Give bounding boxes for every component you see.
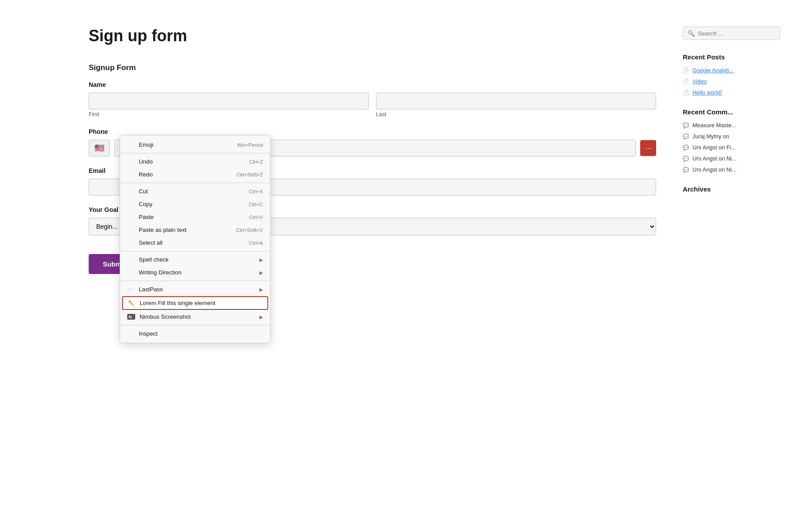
ctx-sep-1: [120, 153, 270, 153]
ctx-cut-label: Cut: [139, 188, 148, 195]
sidebar: 🔍 Recent Posts 📄 Google Analyti... 📄 Vid…: [683, 27, 780, 274]
comment-item-2: 💬 Juraj Mytny on: [683, 133, 780, 140]
post-icon-2: 📄: [683, 78, 689, 85]
ctx-emoji-label: Emoji: [139, 141, 153, 148]
ctx-cut[interactable]: Cut Ctrl+X: [120, 185, 270, 198]
form-section-title: Signup Form: [89, 63, 656, 72]
ctx-paste-label: Paste: [139, 214, 154, 220]
search-icon: 🔍: [688, 30, 695, 37]
ctx-select-all-shortcut: Ctrl+A: [249, 240, 263, 246]
ctx-writing-direction[interactable]: Writing Direction ▶: [120, 266, 270, 279]
ctx-select-all-label: Select all: [139, 239, 163, 246]
recent-posts-section: Recent Posts 📄 Google Analyti... 📄 Video…: [683, 53, 780, 96]
comment-text-5: Urs Angst on Ni...: [692, 166, 736, 173]
post-link-2[interactable]: Video: [692, 78, 707, 85]
ctx-copy-label: Copy: [139, 201, 153, 207]
ctx-cut-shortcut: Ctrl+X: [249, 189, 263, 194]
comment-text-3: Urs Angst on Fi...: [692, 144, 736, 151]
ctx-redo-shortcut: Ctrl+Shift+Z: [236, 172, 263, 177]
name-section: Name First Last: [89, 81, 656, 117]
last-name-input[interactable]: [376, 93, 656, 110]
phone-label: Phone: [89, 128, 656, 135]
ctx-undo-label: Undo: [139, 158, 153, 165]
post-link-1[interactable]: Google Analyti...: [692, 67, 734, 74]
ctx-copy[interactable]: Copy Ctrl+C: [120, 198, 270, 211]
lastpass-arrow: ▶: [259, 287, 263, 292]
ctx-emoji-shortcut: Win+Period: [237, 142, 263, 148]
ctx-sep-2: [120, 183, 270, 183]
ctx-redo[interactable]: Redo Ctrl+Shift+Z: [120, 168, 270, 181]
comment-icon-1: 💬: [683, 122, 689, 129]
ctx-paste-plain-label: Paste as plain text: [139, 227, 187, 233]
archives-section: Archives: [683, 185, 780, 193]
ctx-sep-4: [120, 281, 270, 281]
ctx-paste-plain-shortcut: Ctrl+Shift+V: [236, 227, 263, 233]
ctx-paste[interactable]: Paste Ctrl+V: [120, 211, 270, 223]
search-box: 🔍: [683, 27, 780, 40]
ctx-writing-direction-label: Writing Direction: [139, 269, 182, 276]
ctx-select-all[interactable]: Select all Ctrl+A: [120, 236, 270, 249]
context-menu: Emoji Win+Period Undo Ctrl+Z Redo Ctrl+S…: [120, 135, 270, 292]
writing-direction-arrow: ▶: [259, 270, 263, 275]
comment-item-5: 💬 Urs Angst on Ni...: [683, 166, 780, 173]
archives-title: Archives: [683, 185, 780, 193]
post-item-1: 📄 Google Analyti...: [683, 67, 780, 74]
post-item-3: 📄 Hello world!: [683, 89, 780, 96]
post-icon-3: 📄: [683, 90, 689, 96]
phone-flag-button[interactable]: 🇺🇸: [89, 140, 110, 156]
recent-posts-title: Recent Posts: [683, 53, 780, 61]
comment-text-2: Juraj Mytny on: [692, 133, 729, 140]
post-link-3[interactable]: Hello world!: [692, 89, 722, 96]
ctx-spell-check-label: Spell check: [139, 256, 168, 263]
comment-item-3: 💬 Urs Angst on Fi...: [683, 144, 780, 151]
ctx-sep-3: [120, 251, 270, 251]
comment-item-1: 💬 Measure Maste...: [683, 122, 780, 129]
comment-icon-3: 💬: [683, 145, 689, 151]
recent-comments-section: Recent Comm... 💬 Measure Maste... 💬 Jura…: [683, 108, 780, 173]
comment-text-4: Urs Angst on Ni...: [692, 155, 736, 162]
first-name-input[interactable]: [89, 93, 369, 110]
post-item-2: 📄 Video: [683, 78, 780, 85]
comment-icon-4: 💬: [683, 156, 689, 162]
ctx-redo-label: Redo: [139, 171, 153, 178]
first-sub-label: First: [89, 111, 369, 117]
ctx-emoji[interactable]: Emoji Win+Period: [120, 138, 270, 151]
search-input[interactable]: [698, 30, 775, 37]
spell-check-arrow: ▶: [259, 257, 263, 262]
comment-item-4: 💬 Urs Angst on Ni...: [683, 155, 780, 162]
ctx-paste-plain[interactable]: Paste as plain text Ctrl+Shift+V: [120, 223, 270, 236]
ctx-paste-shortcut: Ctrl+V: [249, 215, 263, 220]
recent-comments-title: Recent Comm...: [683, 108, 780, 116]
ctx-spell-check[interactable]: Spell check ▶: [120, 253, 270, 266]
phone-action-button[interactable]: ⋯: [640, 140, 656, 156]
post-icon-1: 📄: [683, 67, 689, 74]
ctx-copy-shortcut: Ctrl+C: [249, 202, 263, 207]
ctx-undo[interactable]: Undo Ctrl+Z: [120, 155, 270, 168]
dots-icon: ⋯: [645, 144, 652, 152]
last-sub-label: Last: [376, 111, 656, 117]
ctx-lastpass-label: LastPass: [139, 286, 163, 292]
lastpass-icon: ⋯: [127, 287, 135, 292]
name-label: Name: [89, 81, 656, 88]
comment-text-1: Measure Maste...: [692, 122, 736, 129]
comment-icon-2: 💬: [683, 133, 689, 140]
comment-icon-5: 💬: [683, 167, 689, 173]
ctx-undo-shortcut: Ctrl+Z: [249, 159, 263, 164]
page-title: Sign up form: [89, 27, 656, 45]
ctx-lastpass[interactable]: ⋯ LastPass ▶: [120, 283, 270, 292]
